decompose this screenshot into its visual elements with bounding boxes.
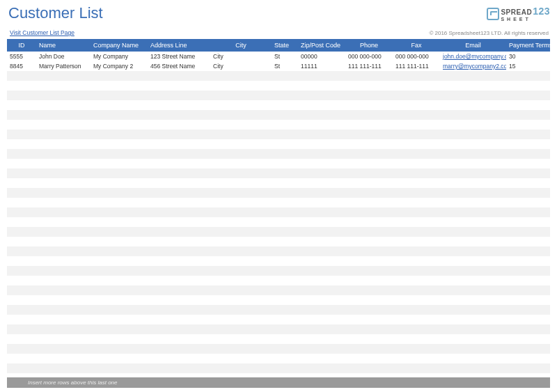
table-row[interactable]	[7, 71, 550, 81]
empty-cell	[345, 227, 393, 237]
empty-cell	[298, 91, 345, 100]
cell-phone: 000 000-000	[345, 52, 393, 61]
empty-cell	[440, 256, 506, 266]
empty-cell	[148, 246, 210, 256]
col-header-zip: Zip/Post Code	[298, 39, 345, 52]
table-row[interactable]	[7, 207, 550, 217]
empty-cell	[36, 334, 91, 344]
empty-cell	[393, 227, 440, 237]
empty-cell	[91, 276, 148, 285]
visit-customer-list-link[interactable]: Visit Customer List Page	[10, 29, 74, 36]
cell-id: 8845	[7, 61, 36, 71]
table-row[interactable]	[7, 227, 550, 237]
customer-table: ID Name Company Name Address Line City S…	[7, 39, 550, 383]
table-row[interactable]	[7, 295, 550, 305]
table-row[interactable]	[7, 324, 550, 334]
empty-cell	[148, 324, 210, 334]
empty-cell	[7, 276, 36, 285]
empty-cell	[298, 324, 345, 334]
empty-cell	[440, 159, 506, 168]
empty-cell	[210, 237, 272, 246]
empty-cell	[36, 315, 91, 324]
table-row[interactable]	[7, 217, 550, 227]
empty-cell	[298, 100, 345, 110]
empty-cell	[7, 237, 36, 246]
empty-cell	[506, 256, 550, 266]
cell-company: My Company 2	[91, 61, 148, 71]
table-row[interactable]	[7, 110, 550, 120]
table-row[interactable]	[7, 285, 550, 295]
empty-cell	[298, 198, 345, 207]
empty-cell	[148, 198, 210, 207]
empty-cell	[7, 149, 36, 159]
empty-cell	[345, 324, 393, 334]
empty-cell	[393, 91, 440, 100]
cell-email[interactable]: john.doe@mycompany.com	[440, 52, 506, 61]
empty-cell	[210, 198, 272, 207]
empty-cell	[210, 227, 272, 237]
table-row[interactable]	[7, 363, 550, 373]
table-row[interactable]	[7, 354, 550, 363]
page-title: Customer List	[7, 4, 103, 22]
empty-cell	[272, 168, 298, 178]
empty-cell	[298, 344, 345, 354]
empty-cell	[506, 71, 550, 81]
empty-cell	[148, 71, 210, 81]
cell-email[interactable]: marry@mycompany2.com	[440, 61, 506, 71]
empty-cell	[91, 363, 148, 373]
empty-cell	[506, 188, 550, 198]
table-row[interactable]	[7, 305, 550, 315]
empty-cell	[272, 110, 298, 120]
table-row[interactable]	[7, 334, 550, 344]
table-row[interactable]: 5555John DoeMy Company123 Street NameCit…	[7, 52, 550, 61]
table-row[interactable]	[7, 266, 550, 276]
table-row[interactable]	[7, 188, 550, 198]
empty-cell	[148, 295, 210, 305]
empty-cell	[7, 315, 36, 324]
cell-name: John Doe	[36, 52, 91, 61]
empty-cell	[272, 207, 298, 217]
table-row[interactable]	[7, 81, 550, 91]
col-header-email: Email	[440, 39, 506, 52]
logo-text-sheet: SHEET	[501, 17, 550, 22]
empty-cell	[272, 276, 298, 285]
empty-cell	[393, 363, 440, 373]
empty-cell	[298, 159, 345, 168]
empty-cell	[7, 168, 36, 178]
empty-cell	[393, 178, 440, 188]
empty-cell	[272, 130, 298, 139]
table-row[interactable]	[7, 276, 550, 285]
table-row[interactable]	[7, 139, 550, 149]
empty-cell	[210, 120, 272, 130]
empty-cell	[7, 130, 36, 139]
table-row[interactable]	[7, 130, 550, 139]
table-row[interactable]	[7, 120, 550, 130]
empty-cell	[148, 100, 210, 110]
table-row[interactable]	[7, 198, 550, 207]
table-row[interactable]	[7, 344, 550, 354]
empty-cell	[345, 246, 393, 256]
table-row[interactable]	[7, 178, 550, 188]
empty-cell	[148, 178, 210, 188]
table-row[interactable]	[7, 159, 550, 168]
empty-cell	[272, 139, 298, 149]
table-row[interactable]	[7, 100, 550, 110]
cell-phone: 111 111-111	[345, 61, 393, 71]
col-header-state: State	[272, 39, 298, 52]
table-row[interactable]: 8845Marry PattersonMy Company 2456 Stree…	[7, 61, 550, 71]
table-row[interactable]	[7, 237, 550, 246]
empty-cell	[393, 315, 440, 324]
empty-cell	[345, 276, 393, 285]
table-row[interactable]	[7, 256, 550, 266]
brand-logo: SPREAD123 SHEET	[487, 4, 550, 22]
table-row[interactable]	[7, 168, 550, 178]
empty-cell	[440, 178, 506, 188]
table-row[interactable]	[7, 149, 550, 159]
empty-cell	[36, 246, 91, 256]
empty-cell	[440, 237, 506, 246]
empty-cell	[91, 120, 148, 130]
table-row[interactable]	[7, 91, 550, 100]
table-row[interactable]	[7, 246, 550, 256]
table-row[interactable]	[7, 315, 550, 324]
empty-cell	[210, 100, 272, 110]
